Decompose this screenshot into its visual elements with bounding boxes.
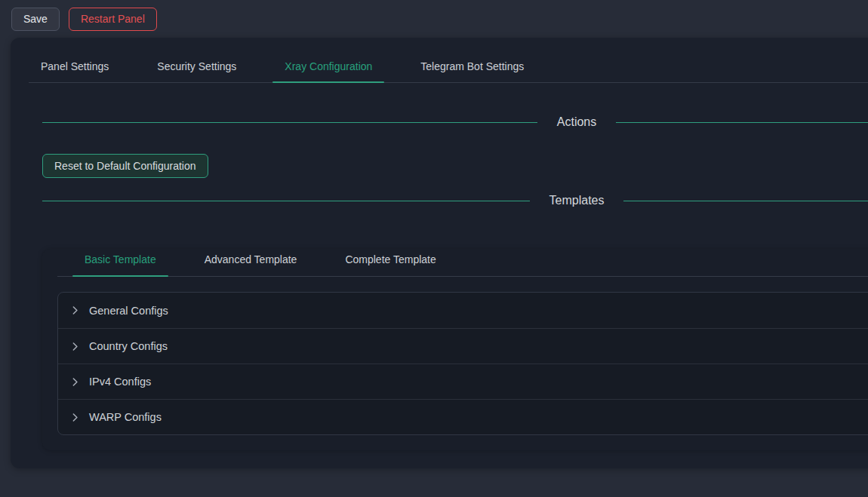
- tab-xray-configuration[interactable]: Xray Configuration: [272, 53, 384, 82]
- templates-divider: Templates: [42, 192, 868, 210]
- collapse-header-label: Country Configs: [89, 340, 168, 352]
- chevron-right-icon: [70, 377, 80, 387]
- templates-divider-title: Templates: [530, 194, 624, 207]
- tab-panel-settings[interactable]: Panel Settings: [29, 53, 121, 82]
- templates-card: Basic Template Advanced Template Complet…: [42, 249, 868, 450]
- divider-line: [42, 122, 537, 123]
- restart-panel-button[interactable]: Restart Panel: [69, 8, 157, 31]
- collapse-header-label: WARP Configs: [89, 411, 162, 423]
- tab-security-settings[interactable]: Security Settings: [145, 53, 248, 82]
- actions-divider-title: Actions: [537, 115, 616, 129]
- chevron-right-icon: [70, 342, 80, 351]
- tab-complete-template[interactable]: Complete Template: [333, 249, 448, 276]
- divider-line: [616, 122, 868, 123]
- collapse-header-country-configs[interactable]: Country Configs: [58, 328, 868, 364]
- tab-basic-template[interactable]: Basic Template: [72, 249, 168, 276]
- divider-line: [42, 201, 530, 201]
- save-button[interactable]: Save: [11, 8, 60, 31]
- topbar: Save Restart Panel: [0, 0, 868, 38]
- chevron-right-icon: [70, 305, 80, 315]
- templates-tabbar: Basic Template Advanced Template Complet…: [57, 249, 868, 277]
- configs-collapse-list: General Configs Country Configs IPv4 Con…: [57, 292, 868, 435]
- reset-to-default-button[interactable]: Reset to Default Configuration: [42, 154, 208, 178]
- settings-tabbar: Panel Settings Security Settings Xray Co…: [29, 53, 868, 83]
- chevron-right-icon: [70, 413, 80, 422]
- divider-line: [623, 201, 868, 201]
- collapse-header-label: IPv4 Configs: [89, 376, 151, 388]
- tab-advanced-template[interactable]: Advanced Template: [192, 249, 309, 276]
- collapse-header-label: General Configs: [89, 305, 168, 317]
- tab-telegram-bot-settings[interactable]: Telegram Bot Settings: [408, 53, 536, 82]
- collapse-header-general-configs[interactable]: General Configs: [58, 293, 868, 328]
- actions-divider: Actions: [42, 113, 868, 131]
- xray-configuration-panel: Actions Reset to Default Configuration T…: [29, 113, 868, 450]
- collapse-header-warp-configs[interactable]: WARP Configs: [58, 399, 868, 434]
- settings-card: Panel Settings Security Settings Xray Co…: [11, 38, 868, 468]
- collapse-header-ipv4-configs[interactable]: IPv4 Configs: [58, 364, 868, 399]
